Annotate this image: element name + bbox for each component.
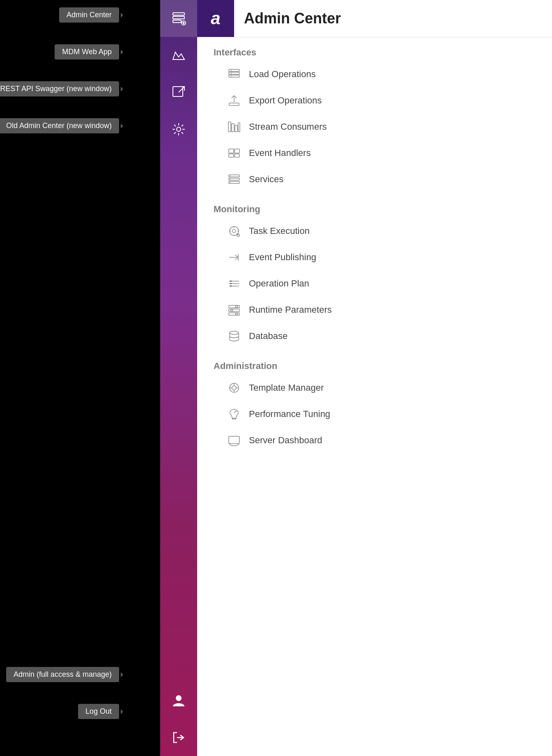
app-logo: a: [197, 0, 234, 37]
nav-item-performance-tuning[interactable]: Performance Tuning: [214, 401, 536, 427]
tooltip-admin-center: Admin Center: [59, 7, 119, 23]
svg-rect-0: [173, 13, 184, 15]
nav-item-template-manager[interactable]: Template Manager: [214, 375, 536, 401]
svg-point-9: [176, 695, 182, 701]
services-label: Services: [249, 174, 283, 185]
template-icon: [227, 380, 242, 395]
svg-point-47: [236, 306, 238, 308]
tooltip-mdm-web-app: MDM Web App: [55, 44, 119, 60]
svg-point-8: [177, 127, 181, 131]
svg-point-41: [230, 280, 232, 282]
svg-line-7: [179, 87, 184, 92]
svg-rect-25: [235, 154, 239, 157]
svg-point-52: [232, 386, 236, 390]
task-execution-label: Task Execution: [249, 226, 310, 236]
svg-rect-12: [229, 72, 239, 74]
sidebar-item-mdm-web-app[interactable]: [160, 37, 197, 74]
stream-icon: [227, 119, 242, 134]
nav-item-stream-consumers[interactable]: Stream Consumers: [214, 114, 536, 140]
nav-item-server-dashboard[interactable]: Server Dashboard: [214, 427, 536, 454]
database-label: Database: [249, 331, 288, 341]
event-pub-icon: [227, 250, 242, 265]
section-title-interfaces: Interfaces: [214, 47, 536, 58]
svg-rect-21: [238, 123, 240, 132]
svg-rect-24: [235, 149, 239, 153]
svg-rect-3: [173, 20, 181, 23]
sidebar-item-logout[interactable]: [160, 719, 197, 756]
svg-point-30: [230, 179, 230, 180]
export-icon: [227, 93, 242, 108]
svg-point-43: [230, 285, 232, 287]
sidebar-item-old-admin[interactable]: [160, 111, 197, 148]
svg-rect-17: [229, 103, 239, 105]
event-handlers-label: Event Handlers: [249, 148, 310, 158]
tooltip-old-admin: Old Admin Center (new window): [0, 118, 119, 133]
load-operations-label: Load Operations: [249, 69, 316, 80]
nav-item-event-handlers[interactable]: Event Handlers: [214, 140, 536, 166]
header: a Admin Center: [197, 0, 552, 37]
svg-point-48: [231, 309, 233, 312]
nav-item-event-publishing[interactable]: Event Publishing: [214, 244, 536, 270]
template-manager-label: Template Manager: [249, 383, 324, 393]
svg-rect-11: [229, 69, 239, 71]
svg-point-29: [230, 176, 230, 176]
nav-content: Interfaces Load Operations: [197, 37, 552, 756]
section-title-administration: Administration: [214, 361, 536, 371]
sidebar-item-rest-api[interactable]: [160, 74, 197, 111]
nav-item-operation-plan[interactable]: Operation Plan: [214, 270, 536, 297]
stream-consumers-label: Stream Consumers: [249, 121, 327, 132]
svg-point-42: [230, 283, 232, 284]
svg-rect-6: [173, 87, 183, 96]
svg-rect-1: [173, 16, 184, 19]
svg-rect-19: [232, 124, 234, 132]
database-icon: [227, 329, 242, 344]
sidebar-item-user[interactable]: [160, 682, 197, 719]
svg-rect-23: [229, 154, 234, 157]
svg-point-31: [230, 182, 230, 183]
left-panel: Admin Center MDM Web App REST API Swagge…: [0, 0, 160, 756]
svg-rect-20: [235, 125, 237, 132]
svg-rect-13: [229, 75, 239, 77]
sidebar-item-admin-center[interactable]: [160, 0, 197, 37]
svg-rect-22: [229, 149, 234, 153]
page-title: Admin Center: [244, 10, 341, 27]
performance-tuning-label: Performance Tuning: [249, 409, 330, 419]
nav-item-task-execution[interactable]: Task Execution: [214, 218, 536, 244]
runtime-icon: [227, 302, 242, 317]
event-handlers-icon: [227, 146, 242, 160]
logo-letter: a: [211, 9, 220, 28]
nav-item-database[interactable]: Database: [214, 323, 536, 349]
nav-item-load-operations[interactable]: Load Operations: [214, 61, 536, 87]
server-dashboard-label: Server Dashboard: [249, 435, 322, 446]
performance-icon: [227, 407, 242, 422]
svg-line-54: [234, 411, 237, 412]
svg-point-50: [230, 331, 239, 334]
section-title-monitoring: Monitoring: [214, 204, 536, 215]
nav-item-export-operations[interactable]: Export Operations: [214, 87, 536, 114]
main-content: a Admin Center Interfaces Load Operation…: [197, 0, 552, 756]
tooltip-user: Admin (full access & manage): [6, 667, 119, 682]
nav-item-runtime-parameters[interactable]: Runtime Parameters: [214, 297, 536, 323]
tooltip-rest-api: REST API Swagger (new window): [0, 81, 119, 96]
svg-point-33: [232, 229, 236, 233]
services-icon: [227, 172, 242, 187]
event-publishing-label: Event Publishing: [249, 252, 316, 263]
op-plan-icon: [227, 276, 242, 291]
server-icon: [227, 433, 242, 448]
export-operations-label: Export Operations: [249, 95, 322, 106]
tooltip-logout: Log Out: [78, 704, 119, 719]
runtime-parameters-label: Runtime Parameters: [249, 305, 332, 315]
sidebar: [160, 0, 197, 756]
svg-rect-18: [228, 122, 231, 132]
nav-item-services[interactable]: Services: [214, 166, 536, 192]
svg-rect-55: [229, 436, 239, 444]
load-icon: [227, 67, 242, 82]
operation-plan-label: Operation Plan: [249, 278, 309, 289]
svg-point-49: [236, 313, 238, 315]
task-icon: [227, 224, 242, 238]
